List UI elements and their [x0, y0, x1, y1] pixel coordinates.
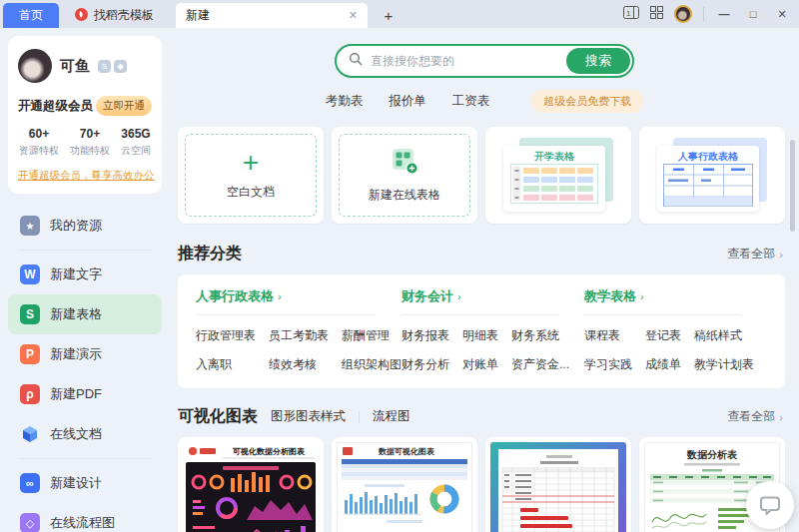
sheet-icon: S	[20, 304, 40, 324]
recommend-panel: 人事行政表格› 行政管理表 员工考勤表 薪酬管理 入离职 绩效考核 组织架构图 …	[178, 274, 785, 388]
new-sheet-icon	[392, 148, 418, 179]
category-title[interactable]: 教学表格›	[584, 287, 767, 305]
svg-text:1: 1	[626, 9, 631, 18]
category-link[interactable]: 登记表	[645, 327, 681, 344]
tab-home[interactable]: 首页	[3, 3, 59, 28]
template-thumb-dark-dashboard[interactable]: 可视化数据分析图表	[178, 437, 324, 532]
template-mini-preview: 开学表格	[503, 146, 605, 212]
split-view-icon[interactable]: 1	[623, 5, 639, 23]
member-heading: 开通超级会员	[18, 98, 93, 115]
tab-close-icon[interactable]: ✕	[349, 9, 358, 22]
quick-link-quotation[interactable]: 报价单	[389, 93, 426, 110]
sidebar-item-online-flowchart[interactable]: ◇ 在线流程图	[8, 503, 162, 532]
quick-link-payroll[interactable]: 工资表	[452, 93, 490, 110]
titlebar-divider	[703, 7, 704, 21]
category-link[interactable]: 财务分析	[401, 356, 449, 373]
category-link[interactable]: 明细表	[462, 327, 498, 344]
stat-value: 60+	[19, 127, 59, 141]
category-group-finance: 财务会计› 财务报表 明细表 财务系统 财务分析 对账单 资产资金...	[401, 287, 584, 373]
thumb-title: 可视化数据分析图表	[232, 447, 306, 456]
category-link[interactable]: 课程表	[584, 327, 632, 344]
chevron-right-icon: ›	[640, 290, 644, 302]
template-thumb-blue-dashboard[interactable]: 数据可视化图表	[332, 437, 477, 532]
category-link[interactable]: 学习实践	[584, 356, 632, 373]
cube-icon	[20, 424, 40, 444]
blank-doc-card[interactable]: + 空白文档	[178, 127, 324, 224]
titlebar-avatar[interactable]	[674, 5, 692, 23]
chevron-right-icon: ›	[278, 290, 282, 302]
main-content: 搜索 考勤表 报价单 工资表 超级会员免费下载 + 空白文档	[170, 28, 799, 532]
card-label: 空白文档	[227, 184, 275, 201]
writer-icon: W	[20, 265, 40, 284]
user-avatar[interactable]	[18, 49, 52, 83]
category-link[interactable]: 对账单	[462, 356, 498, 373]
sidebar-item-label: 新建文字	[50, 266, 102, 283]
sidebar-item-new-sheet[interactable]: S 新建表格	[8, 294, 162, 334]
category-link[interactable]: 员工考勤表	[269, 327, 329, 344]
online-sheet-card[interactable]: 新建在线表格	[332, 127, 477, 224]
chat-bubble-icon	[759, 495, 781, 516]
category-link[interactable]: 稿纸样式	[694, 327, 754, 344]
member-free-download-badge[interactable]: 超级会员免费下载	[531, 90, 643, 113]
recommend-section-header: 推荐分类 查看全部 ›	[178, 244, 783, 265]
quick-link-attendance[interactable]: 考勤表	[326, 93, 364, 110]
category-divider	[401, 314, 558, 315]
hr-form-template-card[interactable]: 人事行政表格	[639, 127, 785, 224]
minimize-button[interactable]: —	[715, 8, 733, 20]
category-link[interactable]: 财务报表	[401, 327, 449, 344]
category-link[interactable]: 财务系统	[511, 327, 569, 344]
category-link[interactable]: 成绩单	[645, 356, 681, 373]
charts-view-all[interactable]: 查看全部 ›	[727, 408, 783, 425]
sidebar-item-new-design[interactable]: ∞ 新建设计	[8, 463, 162, 503]
thumb-title: 数据可视化图表	[378, 447, 435, 456]
sidebar-item-label: 我的资源	[50, 217, 102, 235]
apps-grid-icon[interactable]	[650, 5, 663, 23]
titlebar-right: 1 — □ ✕	[623, 0, 799, 28]
close-button[interactable]: ✕	[773, 8, 791, 21]
category-title[interactable]: 人事行政表格›	[196, 287, 401, 305]
plus-icon: +	[243, 150, 259, 176]
category-link[interactable]: 资产资金...	[511, 356, 569, 373]
category-link[interactable]: 绩效考核	[269, 356, 329, 373]
sidebar-item-online-docs[interactable]: 在线文档	[8, 414, 162, 454]
category-link[interactable]: 行政管理表	[196, 327, 256, 344]
maximize-button[interactable]: □	[744, 8, 762, 20]
scrollbar-thumb[interactable]	[790, 140, 795, 232]
category-title[interactable]: 财务会计›	[401, 287, 584, 305]
pdf-icon: ρ	[20, 384, 40, 404]
sidebar-item-new-pdf[interactable]: ρ 新建PDF	[8, 374, 162, 414]
category-link[interactable]: 入离职	[196, 356, 256, 373]
view-all-label: 查看全部	[727, 246, 775, 263]
school-form-template-card[interactable]: 开学表格	[485, 127, 631, 224]
view-all-label: 查看全部	[727, 408, 775, 425]
flowchart-icon: ◇	[20, 513, 40, 532]
profile-card: 可鱼 S ◆ 开通超级会员 立即开通 60+资源特权 70+功能特权 365G云…	[8, 36, 162, 194]
category-group-teaching: 教学表格› 课程表 登记表 稿纸样式 学习实践 成绩单 教学计划表	[584, 287, 767, 373]
stat-value: 365G	[121, 127, 151, 141]
template-thumb-red-note-table[interactable]	[485, 437, 631, 532]
tab-docer[interactable]: 找稻壳模板	[61, 3, 168, 28]
recommend-title: 推荐分类	[178, 244, 242, 265]
category-link[interactable]: 教学计划表	[694, 356, 754, 373]
feedback-chat-button[interactable]	[746, 481, 794, 529]
user-name: 可鱼	[60, 57, 90, 76]
category-link[interactable]: 组织架构图	[342, 356, 401, 373]
upgrade-button[interactable]: 立即开通	[96, 96, 152, 116]
sidebar-item-label: 新建设计	[50, 474, 102, 492]
category-link[interactable]: 薪酬管理	[342, 327, 401, 344]
search-button[interactable]: 搜索	[566, 48, 630, 74]
sidebar-item-my-resources[interactable]: ★ 我的资源	[8, 206, 162, 246]
new-tab-button[interactable]: +	[376, 3, 401, 28]
recommend-view-all[interactable]: 查看全部 ›	[727, 246, 783, 263]
tab-flowchart[interactable]: 流程图	[373, 408, 410, 425]
tab-new-document[interactable]: 新建 ✕	[176, 3, 368, 28]
card-label: 新建在线表格	[369, 187, 440, 204]
thumb-preview: 可视化数据分析图表	[183, 442, 319, 532]
member-promo-link[interactable]: 开通超级会员，尊享高效办公	[18, 169, 152, 183]
sidebar-item-label: 新建表格	[50, 305, 102, 323]
sidebar-item-new-presentation[interactable]: P 新建演示	[8, 334, 162, 374]
tab-chart-styles[interactable]: 图形图表样式	[271, 408, 346, 425]
sidebar-item-label: 在线文档	[50, 425, 102, 443]
mini-table	[510, 164, 598, 204]
sidebar-item-new-writer[interactable]: W 新建文字	[8, 255, 162, 294]
